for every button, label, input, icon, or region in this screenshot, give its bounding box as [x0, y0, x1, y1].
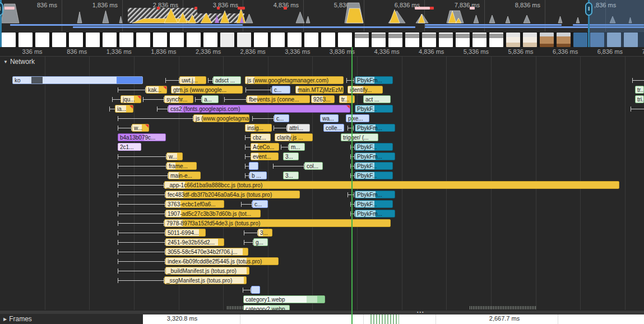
- filmstrip-frame[interactable]: [86, 33, 100, 47]
- filmstrip-frame[interactable]: [18, 33, 33, 47]
- filmstrip-frame[interactable]: [271, 33, 285, 47]
- network-request-bar[interactable]: 2c1...: [118, 143, 141, 151]
- network-request-bar[interactable]: tri...: [635, 95, 644, 103]
- network-request-bar[interactable]: 3...: [283, 152, 299, 160]
- network-request-bar[interactable]: 3763-ecbc1ef0a6...: [165, 200, 224, 208]
- filmstrip-frame[interactable]: [170, 33, 184, 47]
- filmstrip-frame[interactable]: [288, 33, 302, 47]
- filmstrip-frame[interactable]: [472, 33, 487, 47]
- network-request-bar[interactable]: ko: [12, 76, 143, 84]
- network-request-bar[interactable]: wa...: [320, 114, 339, 122]
- network-request-bar[interactable]: category1.webp: [243, 295, 325, 303]
- network-request-bar[interactable]: w...: [166, 152, 183, 160]
- network-section-header[interactable]: ▼ Network: [3, 58, 35, 66]
- network-request-bar[interactable]: act ...: [363, 95, 391, 103]
- network-request-bar[interactable]: frame...: [166, 162, 197, 170]
- filmstrip-frame[interactable]: [372, 33, 386, 47]
- network-request-bar[interactable]: css2 (fonts.googleapis.com): [168, 105, 350, 113]
- network-request-bar[interactable]: PbykF...: [355, 200, 393, 208]
- network-request-bar[interactable]: 5011-6994...: [165, 229, 206, 237]
- network-request-bar[interactable]: PbykF...: [355, 162, 393, 170]
- network-request-bar[interactable]: col...: [304, 162, 323, 170]
- filmstrip-frame[interactable]: [69, 33, 83, 47]
- network-request-bar[interactable]: main-e...: [168, 172, 201, 179]
- filmstrip-frame[interactable]: [557, 33, 571, 47]
- network-request-bar[interactable]: attri...: [287, 124, 310, 132]
- filmstrip[interactable]: [0, 31, 644, 47]
- network-request-bar[interactable]: tr...: [635, 86, 644, 94]
- network-request-bar[interactable]: c...: [274, 114, 289, 122]
- network-request-bar[interactable]: adsct ...: [213, 76, 241, 84]
- pane-splitter[interactable]: •••: [0, 310, 644, 314]
- frames-duration-bar[interactable]: 3,320.8 ms 2,667.7 ms: [143, 314, 644, 324]
- network-request-bar[interactable]: AceCo...: [251, 143, 279, 151]
- filmstrip-frame[interactable]: [136, 33, 150, 47]
- network-request-bar[interactable]: PbykFm...: [355, 124, 395, 132]
- network-request-bar[interactable]: js (www.googletagman...: [193, 114, 249, 122]
- network-request-bar[interactable]: PbykFm...: [355, 191, 395, 198]
- network-request-bar[interactable]: w...: [132, 124, 149, 132]
- network-request-bar[interactable]: _app-1c66d1ba9a888bcc.js (totus.pro): [164, 181, 619, 189]
- network-request-bar[interactable]: event...: [251, 152, 279, 160]
- network-request-bar[interactable]: _buildManifest.js (totus.pro): [165, 267, 249, 275]
- selection-handle-right[interactable]: ‖: [585, 2, 592, 16]
- network-request-bar[interactable]: fbevents.js (conne...: [247, 95, 310, 103]
- network-request-bar[interactable]: main.MTZjMzEzMm...: [295, 86, 344, 94]
- filmstrip-frame[interactable]: [439, 33, 453, 47]
- network-request-bar[interactable]: gtm.js (www.google...: [171, 86, 243, 94]
- filmstrip-frame[interactable]: [489, 33, 503, 47]
- filmstrip-frame[interactable]: [388, 33, 402, 47]
- network-request-bar[interactable]: 7978-897f3a152fd54de3.js (totus.pro): [164, 219, 391, 227]
- network-request-bar[interactable]: pixe...: [346, 114, 369, 122]
- selection-handle-left[interactable]: ‖: [0, 2, 3, 16]
- filmstrip-frame[interactable]: [540, 33, 554, 47]
- network-request-bar[interactable]: PbykF...: [355, 172, 393, 179]
- network-request-bar[interactable]: c...: [252, 200, 268, 208]
- filmstrip-frame[interactable]: [523, 33, 537, 47]
- network-request-bar[interactable]: c...: [272, 86, 290, 94]
- network-request-bar[interactable]: insig...: [245, 124, 272, 132]
- network-request-bar[interactable]: _ssgManifest.js (totus.pro): [164, 276, 247, 284]
- network-request-bar[interactable]: b4a13b079c...: [118, 133, 166, 141]
- network-request-bar[interactable]: fec483df-db3f7b2046a0a64a.js (totus.pro): [165, 191, 300, 198]
- filmstrip-frame[interactable]: [52, 33, 66, 47]
- network-request-bar[interactable]: index-6b09fcdd8e2f5445.js (totus.pro): [165, 257, 279, 265]
- network-request-bar[interactable]: PbykFm...: [355, 210, 395, 217]
- filmstrip-frame[interactable]: [254, 33, 268, 47]
- network-request-bar[interactable]: PbykFm...: [355, 152, 395, 160]
- network-request-bar[interactable]: category2.webp: [243, 305, 290, 310]
- network-request-bar[interactable]: b ...: [249, 172, 267, 179]
- network-request-bar[interactable]: trigger/ (...: [341, 133, 378, 141]
- network-request-bar[interactable]: 3055-58c5470e34b2f706.j...: [165, 248, 248, 256]
- filmstrip-frame[interactable]: [35, 33, 49, 47]
- filmstrip-frame[interactable]: [187, 33, 201, 47]
- timeline-overview[interactable]: 836 ms1,836 ms2,836 ms3,836 ms4,836 ms5,…: [0, 0, 644, 47]
- filmstrip-frame[interactable]: [321, 33, 335, 47]
- network-request-bar[interactable]: a...: [202, 95, 219, 103]
- filmstrip-frame[interactable]: [405, 33, 419, 47]
- network-request-bar[interactable]: 3...: [258, 229, 272, 237]
- network-request-bar[interactable]: synchr...: [164, 95, 193, 103]
- frames-section-header[interactable]: ▶ Frames: [3, 315, 32, 323]
- filmstrip-frame[interactable]: [338, 33, 352, 47]
- filmstrip-frame[interactable]: [220, 33, 234, 47]
- filmstrip-frame[interactable]: [2, 33, 16, 47]
- network-request-bar[interactable]: PbykF...: [355, 143, 393, 151]
- network-request-bar[interactable]: identify...: [348, 86, 383, 94]
- network-request-bar[interactable]: cbz...: [251, 133, 271, 141]
- filmstrip-frame[interactable]: [103, 33, 117, 47]
- network-request-bar[interactable]: m...: [289, 143, 305, 151]
- network-request-bar[interactable]: jqu...: [121, 95, 141, 103]
- filmstrip-frame[interactable]: [506, 33, 520, 47]
- network-request-bar[interactable]: kak...: [146, 86, 167, 94]
- filmstrip-frame[interactable]: [203, 33, 217, 47]
- filmstrip-frame[interactable]: [119, 33, 133, 47]
- network-request-bar[interactable]: PbykFm...: [355, 76, 393, 84]
- network-request-bar[interactable]: ia...: [115, 105, 133, 113]
- network-request-bar[interactable]: [251, 286, 260, 294]
- network-request-bar[interactable]: 9263...: [311, 95, 335, 103]
- network-request-bar[interactable]: colle...: [323, 124, 344, 132]
- network-request-bar[interactable]: 3...: [283, 172, 299, 179]
- network-request-bar[interactable]: [249, 162, 258, 170]
- network-request-bar[interactable]: js (www.googletagmanager.com): [245, 76, 344, 84]
